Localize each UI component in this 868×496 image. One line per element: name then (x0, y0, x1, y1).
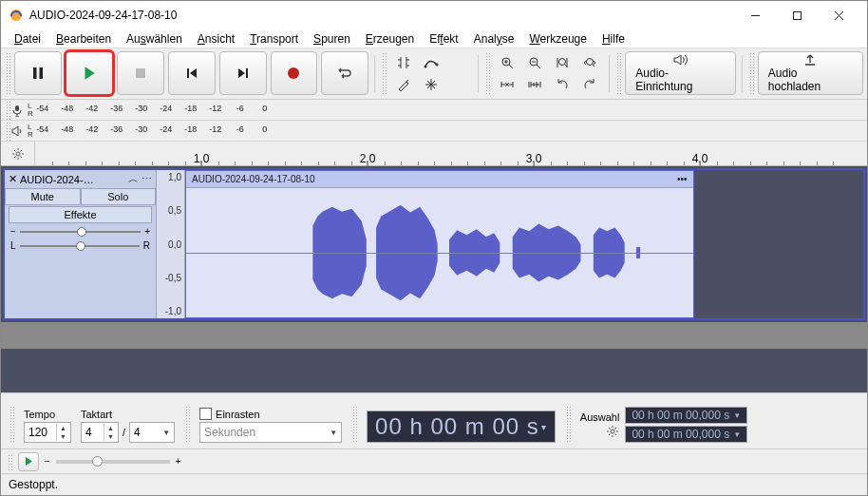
menu-bearbeiten[interactable]: Bearbeiten (48, 32, 119, 46)
clip-area[interactable]: AUDIO-2024-09-24-17-08-10 ••• (185, 170, 863, 318)
track-collapse-icon[interactable]: ︿ (128, 172, 139, 186)
menu-analyse[interactable]: Analyse (466, 32, 522, 46)
envelope-tool-icon[interactable] (418, 52, 444, 73)
fit-project-icon[interactable] (576, 52, 603, 73)
redo-icon[interactable] (576, 74, 603, 95)
timeline-options-button[interactable] (1, 142, 35, 165)
silence-icon[interactable] (521, 74, 548, 95)
meter-tick: 0 (262, 124, 267, 134)
pan-slider[interactable]: L R (5, 238, 156, 253)
audio-clip[interactable]: AUDIO-2024-09-24-17-08-10 ••• (185, 170, 694, 318)
record-button[interactable] (271, 51, 318, 95)
selection-start-display[interactable]: 00 h 00 m 00,000 s▼ (625, 407, 747, 424)
clip-name: AUDIO-2024-09-24-17-08-10 (192, 174, 315, 184)
skip-end-button[interactable] (219, 51, 267, 95)
time-sig-denominator[interactable]: 4▼ (129, 422, 175, 443)
menu-erzeugen[interactable]: Erzeugen (358, 32, 422, 46)
zoom-out-icon[interactable] (521, 52, 548, 73)
timeline-major-tick: 3,0 (526, 152, 542, 165)
menu-werkzeuge[interactable]: Werkzeuge (521, 32, 594, 46)
toolbar-grip[interactable] (5, 51, 10, 96)
toolbar-grip[interactable] (351, 405, 357, 443)
gain-slider[interactable]: − + (5, 224, 156, 238)
meter-tick: -6 (236, 124, 244, 134)
track-close-icon[interactable]: ✕ (9, 173, 17, 185)
menu-spuren[interactable]: Spuren (306, 32, 358, 46)
toolbar-grip[interactable] (484, 51, 490, 96)
meter-tick: -24 (160, 124, 172, 134)
meter-tick: 0 (262, 104, 267, 113)
menu-transport[interactable]: Transport (242, 32, 306, 46)
fit-selection-icon[interactable] (549, 52, 576, 73)
toolbar-grip[interactable] (7, 453, 12, 470)
play-button[interactable] (66, 51, 113, 95)
pause-button[interactable] (14, 51, 62, 95)
effects-button[interactable]: Effekte (9, 206, 152, 223)
menu-datei[interactable]: Datei (7, 32, 48, 46)
toolbar-grip[interactable] (184, 405, 190, 443)
recording-meter: LR -54-48-42-36-30-24-18-12-60 (1, 100, 867, 121)
audio-upload-button[interactable]: Audio hochladen (758, 51, 863, 95)
maximize-button[interactable] (776, 1, 818, 29)
track-menu-icon[interactable]: ⋯ (142, 173, 152, 185)
clip-menu-icon[interactable]: ••• (677, 174, 688, 184)
gear-icon[interactable] (606, 425, 619, 438)
meter-tick: -12 (209, 104, 221, 113)
selection-tool-icon[interactable] (390, 52, 417, 73)
timeline-major-tick: 1,0 (194, 152, 210, 165)
meter-channel-r: R (28, 131, 33, 139)
mute-button[interactable]: Mute (5, 188, 81, 205)
close-button[interactable] (818, 1, 859, 29)
trim-icon[interactable] (494, 74, 520, 95)
y-axis-label: 1,0 (168, 172, 181, 182)
y-axis-label: 0,0 (168, 239, 181, 250)
menu-ansicht[interactable]: Ansicht (190, 32, 242, 46)
snap-checkbox[interactable]: Einrasten (199, 408, 342, 420)
toolbar-grip[interactable] (9, 405, 14, 443)
speaker-icon[interactable] (10, 124, 24, 138)
track-name[interactable]: AUDIO-2024-… (20, 174, 125, 185)
time-position-display[interactable]: 00 h 00 m 00 s▾ (367, 410, 556, 443)
audio-setup-label: Audio-Einrichtung (635, 67, 726, 93)
draw-tool-icon[interactable] (390, 74, 417, 95)
solo-button[interactable]: Solo (81, 188, 157, 205)
toolbar-grip[interactable] (381, 51, 387, 96)
minimize-button[interactable] (734, 1, 776, 29)
toolbar-grip[interactable] (565, 405, 571, 443)
waveform (186, 188, 693, 317)
time-sig-numerator[interactable]: 4▲▼ (81, 422, 119, 443)
svg-point-9 (436, 64, 439, 67)
menu-effekt[interactable]: Effekt (422, 32, 465, 46)
audio-setup-button[interactable]: Audio-Einrichtung (625, 51, 736, 95)
tracks-area: ✕ AUDIO-2024-… ︿ ⋯ Mute Solo Effekte − +… (1, 166, 867, 392)
timeline-major-tick: 4,0 (692, 152, 708, 165)
timeline-ruler[interactable]: 1,02,03,04,0 (1, 142, 867, 166)
toolbar-grip[interactable] (615, 51, 621, 96)
amplitude-scale: 1,00,50,0-0,5-1,0 (157, 170, 185, 318)
loop-button[interactable] (321, 51, 368, 95)
tempo-input[interactable]: 120 ▲▼ (24, 422, 71, 443)
meter-tick: -42 (85, 124, 98, 134)
meter-tick: -30 (135, 104, 147, 113)
meter-tick: -30 (135, 124, 147, 134)
stop-button[interactable] (117, 51, 164, 95)
zoom-in-icon[interactable] (494, 52, 520, 73)
menu-auswählen[interactable]: Auswählen (119, 32, 190, 46)
play-at-speed-button[interactable] (18, 452, 39, 471)
menu-hilfe[interactable]: Hilfe (594, 32, 632, 46)
microphone-icon[interactable] (10, 104, 24, 117)
audio-upload-label: Audio hochladen (768, 67, 853, 93)
toolbar-grip[interactable] (748, 51, 754, 96)
time-signature-label: Taktart (81, 409, 175, 420)
snap-unit-combo[interactable]: Sekunden▼ (199, 422, 342, 443)
status-bar: Gestoppt. (1, 474, 867, 495)
selection-end-display[interactable]: 00 h 00 m 00,000 s▼ (625, 426, 747, 443)
skip-start-button[interactable] (168, 51, 216, 95)
y-axis-label: -1,0 (165, 306, 181, 316)
undo-icon[interactable] (549, 74, 576, 95)
multi-tool-icon[interactable] (418, 74, 444, 95)
meter-tick: -36 (110, 104, 123, 113)
app-logo-icon (9, 8, 24, 23)
playback-speed-slider[interactable] (56, 460, 170, 464)
playback-meter: LR -54-48-42-36-30-24-18-12-60 (1, 121, 867, 142)
